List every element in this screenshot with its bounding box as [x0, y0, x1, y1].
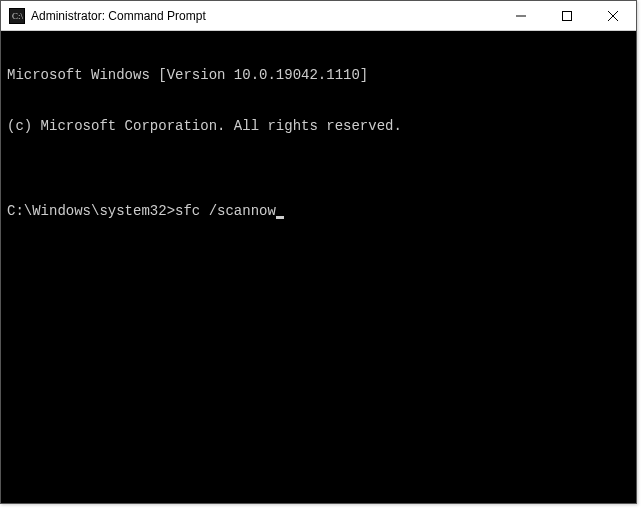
- command-prompt-window: C:\ Administrator: Command Prompt: [0, 0, 637, 504]
- terminal-line: (c) Microsoft Corporation. All rights re…: [7, 118, 630, 135]
- close-button[interactable]: [590, 1, 636, 30]
- maximize-icon: [562, 11, 572, 21]
- titlebar: C:\ Administrator: Command Prompt: [1, 1, 636, 31]
- window-title: Administrator: Command Prompt: [31, 9, 498, 23]
- minimize-button[interactable]: [498, 1, 544, 30]
- cmd-prompt-icon: C:\: [9, 8, 25, 24]
- command-input[interactable]: sfc /scannow: [175, 203, 276, 220]
- terminal-area[interactable]: Microsoft Windows [Version 10.0.19042.11…: [1, 31, 636, 503]
- close-icon: [608, 11, 618, 21]
- svg-text:C:\: C:\: [12, 11, 24, 21]
- prompt-text: C:\Windows\system32>: [7, 203, 175, 220]
- prompt-line: C:\Windows\system32>sfc /scannow: [7, 203, 630, 220]
- window-controls: [498, 1, 636, 30]
- terminal-line: Microsoft Windows [Version 10.0.19042.11…: [7, 67, 630, 84]
- svg-rect-4: [563, 11, 572, 20]
- minimize-icon: [516, 11, 526, 21]
- maximize-button[interactable]: [544, 1, 590, 30]
- cursor-icon: [276, 216, 284, 219]
